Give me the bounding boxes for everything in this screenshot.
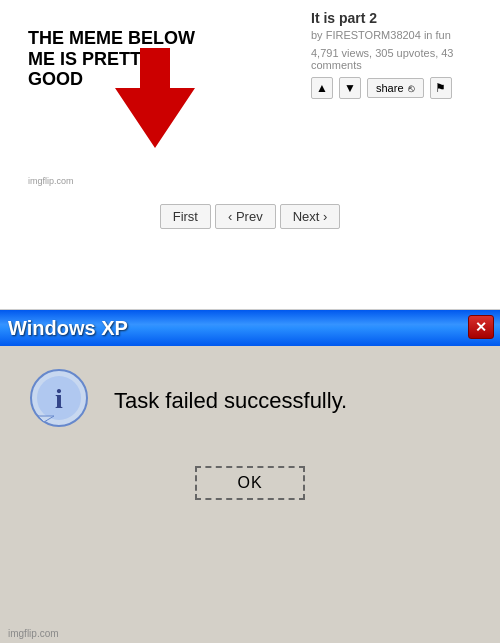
svg-marker-0	[115, 48, 195, 148]
xp-close-button[interactable]: ✕	[468, 315, 494, 339]
post-category[interactable]: fun	[436, 29, 451, 41]
xp-title: Windows XP	[8, 317, 128, 340]
post-author[interactable]: FIRESTORM38204	[326, 29, 421, 41]
xp-message: Task failed successfully.	[114, 387, 347, 416]
xp-info-icon: i	[24, 366, 94, 436]
post-meta: by FIRESTORM38204 in fun	[311, 29, 486, 41]
share-icon: ⎋	[408, 82, 415, 94]
meme-image-area: THE MEME BELOW ME IS PRETTY GOOD imgflip…	[14, 10, 295, 190]
right-panel: It is part 2 by FIRESTORM38204 in fun 4,…	[311, 10, 486, 190]
share-label: share	[376, 82, 404, 94]
first-page-button[interactable]: First	[160, 204, 211, 229]
svg-text:i: i	[55, 383, 63, 414]
xp-body: i Task failed successfully. OK imgflip.c…	[0, 346, 500, 643]
prev-page-button[interactable]: ‹ Prev	[215, 204, 276, 229]
xp-titlebar: Windows XP ✕	[0, 310, 500, 346]
downvote-button[interactable]: ▼	[339, 77, 361, 99]
meme-header: THE MEME BELOW ME IS PRETTY GOOD imgflip…	[0, 0, 500, 196]
xp-content-row: i Task failed successfully.	[24, 366, 476, 436]
red-arrow-icon	[115, 48, 195, 152]
upvote-button[interactable]: ▲	[311, 77, 333, 99]
share-button[interactable]: share ⎋	[367, 78, 424, 98]
next-page-button[interactable]: Next ›	[280, 204, 341, 229]
xp-ok-row: OK	[24, 466, 476, 500]
vote-row: ▲ ▼ share ⎋ ⚑	[311, 77, 486, 99]
imgflip-bottom-watermark: imgflip.com	[8, 628, 59, 639]
post-title: It is part 2	[311, 10, 486, 26]
top-meme-section: THE MEME BELOW ME IS PRETTY GOOD imgflip…	[0, 0, 500, 310]
post-stats: 4,791 views, 305 upvotes, 43 comments	[311, 47, 486, 71]
windows-xp-section: Windows XP ✕ i Task failed successful	[0, 310, 500, 643]
pagination: First ‹ Prev Next ›	[0, 196, 500, 237]
imgflip-watermark: imgflip.com	[28, 176, 74, 186]
xp-ok-button[interactable]: OK	[195, 466, 304, 500]
flag-button[interactable]: ⚑	[430, 77, 452, 99]
xp-window: Windows XP ✕ i Task failed successful	[0, 310, 500, 643]
